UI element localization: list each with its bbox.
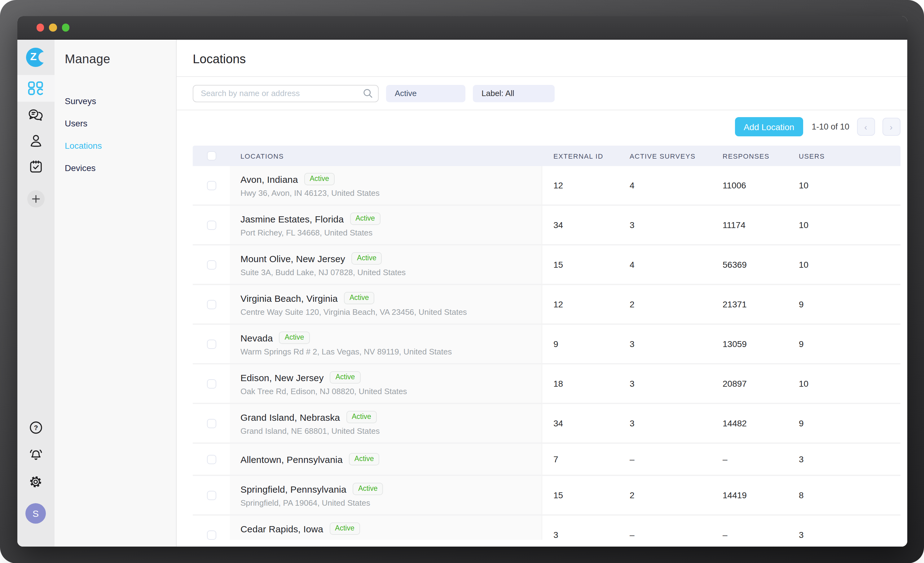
location-address: Port Richey, FL 34668, United States [240,228,542,237]
pagination-next-button[interactable]: › [882,118,900,136]
location-name[interactable]: Virginia Beach, Virginia [240,293,338,303]
table-row[interactable]: Allentown, PennsylvaniaActive7––3 [193,444,900,476]
row-checkbox[interactable] [207,530,216,539]
users-cell: 10 [788,364,900,403]
table-toolbar: Add Location 1-10 of 10 ‹ › [177,117,907,136]
nav-tasks[interactable] [17,159,54,174]
status-filter-dropdown[interactable]: Active [386,85,465,102]
location-cell: Virginia Beach, VirginiaActiveCentre Way… [230,285,542,323]
location-name[interactable]: Mount Olive, New Jersey [240,253,345,264]
users-cell: 9 [788,325,900,363]
maximize-window-button[interactable] [62,24,69,31]
external-id-cell: 18 [542,364,618,403]
table-row[interactable]: Cedar Rapids, IowaActive3––3 [193,516,900,540]
table-row[interactable]: Mount Olive, New JerseyActiveSuite 3A, B… [193,245,900,285]
location-name[interactable]: Grand Island, Nebraska [240,412,340,422]
close-window-button[interactable] [36,24,44,31]
column-header-users[interactable]: USERS [788,146,900,166]
row-checkbox[interactable] [207,220,216,230]
sidebar-item-users[interactable]: Users [54,112,176,134]
active-surveys-cell: 3 [618,364,711,403]
users-cell: 9 [788,404,900,443]
sidebar-item-surveys[interactable]: Surveys [54,90,176,112]
select-all-checkbox[interactable] [207,151,216,161]
location-cell: Edison, New JerseyActiveOak Tree Rd, Edi… [230,364,542,403]
column-header-external-id[interactable]: EXTERNAL ID [542,146,618,166]
external-id-cell: 34 [542,206,618,244]
active-surveys-cell: – [618,444,711,475]
add-location-button[interactable]: Add Location [735,117,803,136]
table-row[interactable]: Edison, New JerseyActiveOak Tree Rd, Edi… [193,364,900,404]
sidebar-item-devices[interactable]: Devices [54,156,176,179]
responses-cell: 21371 [711,285,788,323]
minimize-window-button[interactable] [49,24,57,31]
status-badge: Active [344,292,375,304]
location-name[interactable]: Cedar Rapids, Iowa [240,523,323,534]
pagination-range: 1-10 of 10 [812,122,849,131]
table-row[interactable]: Grand Island, NebraskaActiveGrand Island… [193,404,900,444]
nav-chat[interactable] [17,106,54,122]
active-surveys-cell: 3 [618,206,711,244]
row-checkbox[interactable] [207,491,216,500]
plus-icon [27,190,44,207]
responses-cell: 14419 [711,476,788,514]
main-panel: Locations Active Labe [177,39,907,546]
row-checkbox[interactable] [207,339,216,348]
location-address: Oak Tree Rd, Edison, NJ 08820, United St… [240,387,542,396]
responses-cell: 14482 [711,404,788,443]
row-checkbox[interactable] [207,419,216,428]
external-id-cell: 15 [542,245,618,284]
location-cell: Jasmine Estates, FloridaActivePort Riche… [230,206,542,244]
table-row[interactable]: NevadaActiveWarm Springs Rd # 2, Las Veg… [193,325,900,364]
location-name[interactable]: Edison, New Jersey [240,372,324,383]
filters-bar: Active Label: All [177,77,907,110]
active-surveys-cell: 3 [618,325,711,363]
search-input[interactable] [193,85,379,102]
zenput-logo[interactable]: Z [17,39,54,75]
table-header-row: LOCATIONS EXTERNAL ID ACTIVE SURVEYS RES… [193,146,900,166]
row-checkbox[interactable] [207,260,216,269]
location-name[interactable]: Springfield, Pennsylvania [240,484,346,494]
account-avatar[interactable]: S [17,503,54,523]
settings-button[interactable] [17,474,54,489]
location-name[interactable]: Allentown, Pennsylvania [240,454,343,464]
active-surveys-cell: 3 [618,404,711,443]
nav-manage-section[interactable] [17,75,54,101]
table-row[interactable]: Virginia Beach, VirginiaActiveCentre Way… [193,285,900,325]
responses-cell: – [711,516,788,540]
external-id-cell: 15 [542,476,618,514]
location-name[interactable]: Jasmine Estates, Florida [240,213,344,224]
table-row[interactable]: Avon, IndianaActiveHwy 36, Avon, IN 4612… [193,166,900,206]
active-surveys-cell: 4 [618,245,711,284]
users-cell: 3 [788,516,900,540]
help-button[interactable]: ? [17,420,54,434]
column-header-responses[interactable]: RESPONSES [711,146,788,166]
external-id-cell: 12 [542,166,618,204]
column-header-active-surveys[interactable]: ACTIVE SURVEYS [618,146,711,166]
row-checkbox[interactable] [207,455,216,464]
location-name[interactable]: Avon, Indiana [240,174,298,185]
notifications-button[interactable] [17,448,54,462]
location-name[interactable]: Nevada [240,332,273,343]
table-row[interactable]: Springfield, PennsylvaniaActiveSpringfie… [193,476,900,516]
status-badge: Active [350,213,381,225]
row-checkbox[interactable] [207,300,216,309]
status-badge: Active [351,252,382,264]
pagination-prev-button[interactable]: ‹ [857,118,875,136]
locations-table: LOCATIONS EXTERNAL ID ACTIVE SURVEYS RES… [193,146,900,540]
status-badge: Active [330,371,361,384]
location-address: Centre Way Suite 120, Virginia Beach, VA… [240,307,542,317]
nav-users[interactable] [17,133,54,148]
column-header-locations[interactable]: LOCATIONS [230,146,542,166]
users-cell: 10 [788,206,900,244]
sidebar-items: SurveysUsersLocationsDevices [54,90,176,179]
users-cell: 9 [788,285,900,323]
row-checkbox[interactable] [207,379,216,388]
add-menu-button[interactable] [17,190,54,207]
table-row[interactable]: Jasmine Estates, FloridaActivePort Riche… [193,206,900,245]
row-checkbox[interactable] [207,181,216,190]
label-filter-dropdown[interactable]: Label: All [473,85,555,102]
location-address: Hwy 36, Avon, IN 46123, United States [240,188,542,198]
user-icon [28,133,43,148]
sidebar-item-locations[interactable]: Locations [54,134,176,156]
